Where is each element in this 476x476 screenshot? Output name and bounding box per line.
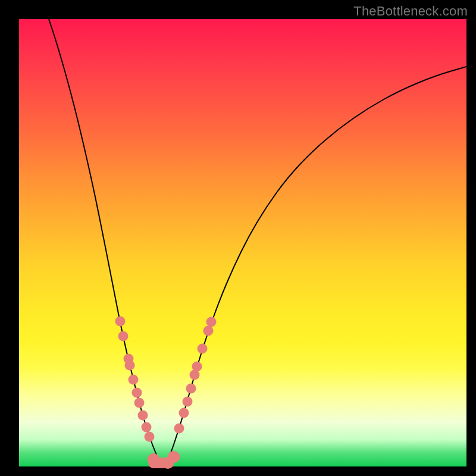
data-point (179, 408, 189, 418)
data-point (206, 317, 217, 327)
data-point (203, 326, 214, 336)
watermark-text: TheBottleneck.com (353, 4, 468, 19)
data-point (125, 361, 135, 371)
curve-left (49, 19, 161, 465)
data-point (142, 422, 152, 433)
data-point (183, 397, 193, 407)
data-point (118, 331, 129, 342)
data-point (134, 398, 145, 408)
data-point (174, 424, 184, 434)
chart-stage: TheBottleneck.com (0, 0, 476, 476)
data-point (145, 432, 155, 442)
data-point (129, 375, 139, 385)
data-point (138, 411, 148, 421)
data-point (115, 317, 126, 327)
curve-right (165, 67, 466, 465)
curve-layer (19, 19, 466, 466)
data-point (132, 388, 142, 398)
data-point (198, 344, 208, 354)
data-point (168, 451, 180, 463)
data-point (192, 362, 202, 372)
data-point (186, 384, 196, 394)
